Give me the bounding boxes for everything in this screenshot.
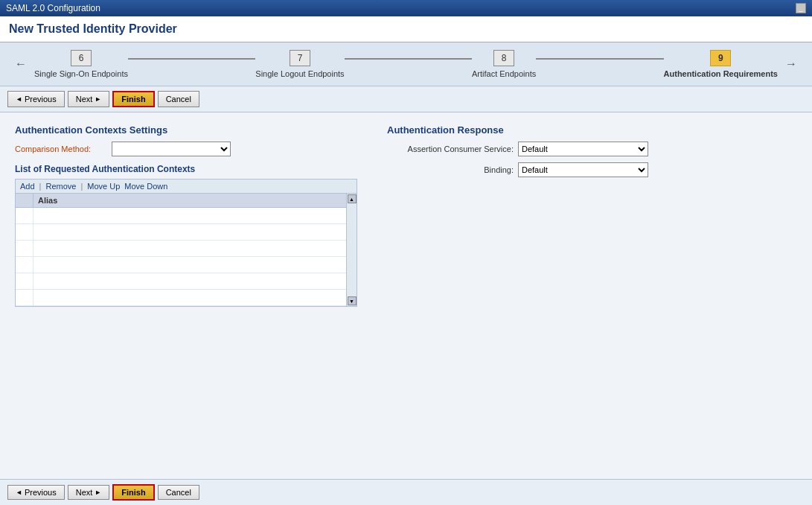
row-check-5 xyxy=(16,273,33,289)
list-main: Alias xyxy=(15,193,347,307)
assertion-row: Assertion Consumer Service: Default xyxy=(387,142,797,156)
row-alias-3 xyxy=(33,241,346,256)
row-check-1 xyxy=(16,208,33,223)
row-alias-6 xyxy=(33,290,346,305)
table-row[interactable] xyxy=(16,241,346,257)
separator-2: | xyxy=(80,182,83,191)
row-alias-2 xyxy=(33,224,346,240)
step-7: 7 Single Logout Endpoints xyxy=(255,50,344,78)
list-table: Alias xyxy=(15,193,347,307)
wizard-arrow-right: → xyxy=(785,57,797,71)
list-container: Alias xyxy=(15,193,357,307)
step-7-label: Single Logout Endpoints xyxy=(255,69,344,78)
remove-button[interactable]: Remove xyxy=(45,182,76,191)
step-9-number: 9 xyxy=(710,50,731,66)
step-6-number: 6 xyxy=(71,50,92,66)
table-row[interactable] xyxy=(16,208,346,224)
step-9-label: Authentication Requirements xyxy=(664,69,778,78)
assertion-label: Assertion Consumer Service: xyxy=(387,144,514,153)
step-8-number: 8 xyxy=(493,50,514,66)
binding-select[interactable]: Default xyxy=(518,162,648,177)
step-8-label: Artifact Endpoints xyxy=(472,69,536,78)
step-6: 6 Single Sign-On Endpoints xyxy=(34,50,128,78)
bottom-next-button[interactable]: Next xyxy=(68,485,110,500)
step-7-number: 7 xyxy=(290,50,310,66)
move-up-button[interactable]: Move Up xyxy=(87,182,120,191)
list-scrollbar[interactable]: ▲ ▼ xyxy=(347,193,357,307)
bottom-cancel-button[interactable]: Cancel xyxy=(158,485,199,500)
row-check-4 xyxy=(16,257,33,273)
scroll-up-arrow[interactable]: ▲ xyxy=(348,194,357,203)
row-alias-1 xyxy=(33,208,346,223)
table-row[interactable] xyxy=(16,290,346,306)
step-9: 9 Authentication Requirements xyxy=(664,50,778,78)
top-cancel-button[interactable]: Cancel xyxy=(158,91,199,107)
table-row[interactable] xyxy=(16,224,346,241)
step-line-7-8 xyxy=(345,58,472,60)
row-check-6 xyxy=(16,290,33,305)
step-line-8-9 xyxy=(536,58,663,60)
wizard-steps-inner: 6 Single Sign-On Endpoints 7 Single Logo… xyxy=(34,50,778,78)
content-area: Authentication Contexts Settings Compari… xyxy=(0,112,812,479)
comparison-select[interactable] xyxy=(112,142,231,156)
top-next-button[interactable]: Next xyxy=(68,91,110,107)
bottom-finish-button[interactable]: Finish xyxy=(112,484,154,501)
comparison-method-row: Comparison Method: xyxy=(15,142,357,156)
step-6-label: Single Sign-On Endpoints xyxy=(34,69,128,78)
step-line-6-7 xyxy=(128,58,255,60)
row-alias-4 xyxy=(33,257,346,273)
auth-contexts-title: Authentication Contexts Settings xyxy=(15,124,357,136)
wizard-arrow-left: ← xyxy=(15,57,27,71)
assertion-select[interactable]: Default xyxy=(518,142,648,156)
list-section-title: List of Requested Authentication Context… xyxy=(15,164,357,174)
minimize-button[interactable]: _ xyxy=(796,3,806,13)
separator-1: | xyxy=(39,182,42,191)
bottom-previous-button[interactable]: Previous xyxy=(7,485,65,500)
title-text: SAML 2.0 Configuration xyxy=(6,3,100,13)
main-window: New Trusted Identity Provider ← 6 Single… xyxy=(0,16,812,505)
bottom-toolbar: Previous Next Finish Cancel xyxy=(0,479,812,505)
row-alias-5 xyxy=(33,273,346,289)
right-panel: Authentication Response Assertion Consum… xyxy=(387,124,797,467)
wizard-steps: ← 6 Single Sign-On Endpoints 7 Single Lo… xyxy=(0,42,812,86)
table-row[interactable] xyxy=(16,273,346,290)
top-toolbar: Previous Next Finish Cancel xyxy=(0,86,812,112)
top-finish-button[interactable]: Finish xyxy=(112,91,154,107)
row-check-2 xyxy=(16,224,33,240)
scroll-down-arrow[interactable]: ▼ xyxy=(348,296,357,305)
comparison-label: Comparison Method: xyxy=(15,144,112,153)
row-check-3 xyxy=(16,241,33,256)
table-row[interactable] xyxy=(16,257,346,273)
title-bar: SAML 2.0 Configuration _ xyxy=(0,0,812,16)
move-down-button[interactable]: Move Down xyxy=(124,182,167,191)
top-previous-button[interactable]: Previous xyxy=(7,91,65,107)
auth-response-title: Authentication Response xyxy=(387,124,797,136)
binding-row: Binding: Default xyxy=(387,162,797,177)
left-panel: Authentication Contexts Settings Compari… xyxy=(15,124,357,467)
title-bar-buttons: _ xyxy=(796,3,806,13)
add-button[interactable]: Add xyxy=(20,182,35,191)
list-header: Alias xyxy=(16,194,346,208)
binding-label: Binding: xyxy=(387,165,514,174)
list-toolbar: Add | Remove | Move Up Move Down xyxy=(15,179,357,193)
step-8: 8 Artifact Endpoints xyxy=(472,50,536,78)
page-title: New Trusted Identity Provider xyxy=(0,16,812,42)
alias-header: Alias xyxy=(33,194,346,207)
header-check xyxy=(16,194,33,207)
